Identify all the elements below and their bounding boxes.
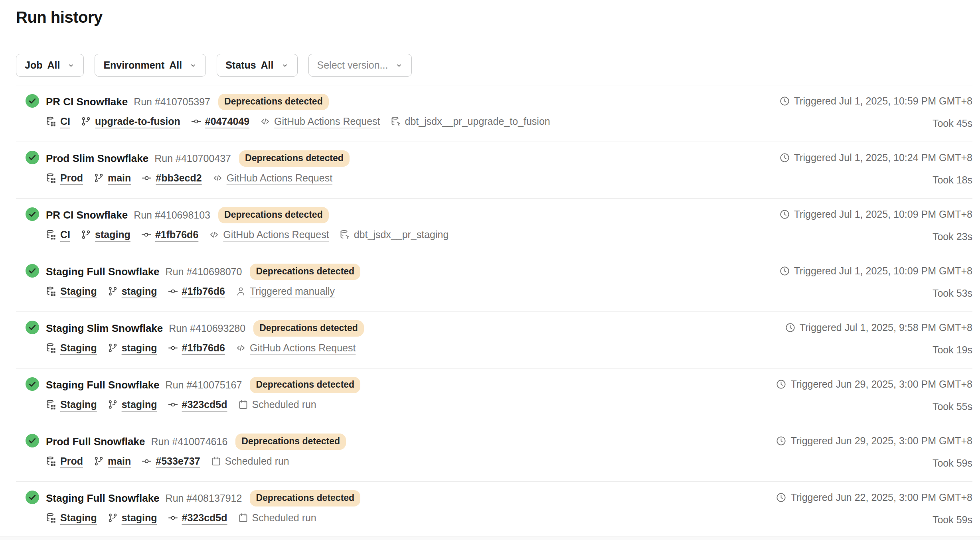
triggered-at-text: Triggered Jul 1, 2025, 10:59 PM GMT+8 bbox=[794, 95, 972, 107]
environment-link[interactable]: CI bbox=[46, 116, 70, 127]
environment-link[interactable]: Staging bbox=[46, 512, 97, 524]
commit-icon bbox=[141, 229, 152, 240]
trigger-source[interactable]: GitHub Actions Request bbox=[235, 342, 356, 354]
trigger-source[interactable]: Scheduled run bbox=[211, 455, 289, 467]
run-text: Staging Slim Snowflake Run #410693280 De… bbox=[46, 320, 364, 354]
run-timing: Triggered Jul 1, 2025, 10:59 PM GMT+8 To… bbox=[779, 94, 972, 142]
job-tag: dbt_jsdx__pr_upgrade_to_fusion bbox=[391, 116, 550, 127]
environment-link[interactable]: Staging bbox=[46, 342, 97, 354]
environment-link[interactable]: Staging bbox=[46, 399, 97, 410]
run-meta-line: Staging staging #1fb76d6 bbox=[46, 342, 364, 354]
run-row[interactable]: PR CI Snowflake Run #410705397 Deprecati… bbox=[16, 85, 972, 142]
job-name: dbt_jsdx__pr_upgrade_to_fusion bbox=[405, 116, 550, 127]
trigger-label: GitHub Actions Request bbox=[250, 342, 356, 354]
environment-filter[interactable]: Environment All bbox=[95, 54, 206, 77]
environment-link[interactable]: Prod bbox=[46, 455, 83, 467]
environment-link[interactable]: CI bbox=[46, 229, 70, 240]
commit-link[interactable]: #1fb76d6 bbox=[168, 286, 225, 297]
run-timing: Triggered Jul 1, 2025, 10:24 PM GMT+8 To… bbox=[779, 150, 972, 198]
bottom-bar bbox=[0, 536, 980, 540]
trigger-source[interactable]: Scheduled run bbox=[238, 399, 316, 410]
trigger-source[interactable]: Triggered manually bbox=[235, 286, 335, 297]
run-row[interactable]: Staging Slim Snowflake Run #410693280 De… bbox=[16, 312, 972, 369]
version-filter[interactable]: Select version... bbox=[308, 54, 412, 77]
database-grid-icon bbox=[46, 229, 57, 240]
branch-link[interactable]: staging bbox=[107, 512, 157, 524]
triggered-at-text: Triggered Jun 22, 2025, 3:00 PM GMT+8 bbox=[790, 492, 972, 503]
trigger-source[interactable]: Scheduled run bbox=[238, 512, 316, 524]
branch-link[interactable]: main bbox=[93, 172, 131, 184]
run-name[interactable]: Prod Slim Snowflake bbox=[46, 152, 148, 165]
run-meta-line: Staging staging #1fb76d6 bbox=[46, 286, 360, 297]
commit-link[interactable]: #1fb76d6 bbox=[168, 342, 225, 354]
git-branch-icon bbox=[107, 343, 118, 353]
trigger-source[interactable]: GitHub Actions Request bbox=[260, 116, 380, 127]
commit-link[interactable]: #533e737 bbox=[141, 455, 200, 467]
run-duration: Took 23s bbox=[933, 231, 972, 242]
version-filter-placeholder: Select version... bbox=[317, 59, 388, 71]
chevron-down-icon bbox=[281, 61, 289, 69]
trigger-source[interactable]: GitHub Actions Request bbox=[212, 172, 332, 184]
branch-link[interactable]: staging bbox=[107, 286, 157, 297]
status-filter-value: All bbox=[261, 59, 274, 71]
status-filter[interactable]: Status All bbox=[217, 54, 297, 77]
run-name[interactable]: PR CI Snowflake bbox=[46, 96, 128, 108]
commit-link[interactable]: #1fb76d6 bbox=[141, 229, 198, 240]
commit-link[interactable]: #323cd5d bbox=[168, 399, 227, 410]
branch-link[interactable]: main bbox=[93, 455, 131, 467]
branch-link[interactable]: staging bbox=[81, 229, 130, 240]
run-title-line: PR CI Snowflake Run #410705397 Deprecati… bbox=[46, 94, 550, 110]
run-name[interactable]: Staging Full Snowflake bbox=[46, 266, 160, 278]
triggered-at-text: Triggered Jul 1, 2025, 10:24 PM GMT+8 bbox=[794, 152, 972, 164]
run-meta-line: CI staging #1fb76d6 bbox=[46, 229, 449, 240]
environment-link[interactable]: Staging bbox=[46, 286, 97, 297]
run-number: Run #410698103 bbox=[134, 209, 210, 221]
git-branch-icon bbox=[93, 173, 104, 183]
run-row[interactable]: Staging Full Snowflake Run #410698070 De… bbox=[16, 255, 972, 312]
branch-link[interactable]: staging bbox=[107, 342, 157, 354]
commit-link[interactable]: #323cd5d bbox=[168, 512, 227, 524]
job-filter-label: Job bbox=[25, 59, 42, 71]
run-summary: Staging Full Snowflake Run #410075167 De… bbox=[16, 377, 360, 425]
run-name[interactable]: Staging Full Snowflake bbox=[46, 492, 160, 505]
run-summary: PR CI Snowflake Run #410705397 Deprecati… bbox=[16, 94, 550, 142]
deprecations-badge: Deprecations detected bbox=[218, 207, 329, 223]
run-row[interactable]: PR CI Snowflake Run #410698103 Deprecati… bbox=[16, 199, 972, 255]
branch-link[interactable]: upgrade-to-fusion bbox=[81, 116, 180, 127]
run-summary: Staging Full Snowflake Run #408137912 De… bbox=[16, 490, 360, 538]
check-circle-icon bbox=[26, 151, 39, 166]
clock-icon bbox=[785, 322, 796, 333]
run-number: Run #410075167 bbox=[166, 379, 242, 391]
environment-name: Staging bbox=[60, 512, 97, 524]
triggered-at-text: Triggered Jul 1, 2025, 10:09 PM GMT+8 bbox=[794, 209, 972, 220]
job-filter[interactable]: Job All bbox=[16, 54, 84, 77]
run-row[interactable]: Prod Slim Snowflake Run #410700437 Depre… bbox=[16, 142, 972, 199]
run-name[interactable]: Prod Full Snowflake bbox=[46, 436, 145, 448]
job-name: dbt_jsdx__pr_staging bbox=[354, 229, 449, 240]
run-number: Run #410074616 bbox=[151, 436, 227, 447]
commit-hash: #bb3ecd2 bbox=[156, 172, 202, 184]
branch-link[interactable]: staging bbox=[107, 399, 157, 410]
trigger-source[interactable]: GitHub Actions Request bbox=[209, 229, 329, 240]
run-text: PR CI Snowflake Run #410698103 Deprecati… bbox=[46, 207, 449, 240]
run-row[interactable]: Staging Full Snowflake Run #408137912 De… bbox=[16, 482, 972, 538]
clock-icon bbox=[779, 152, 790, 163]
run-duration: Took 59s bbox=[933, 514, 972, 526]
triggered-at: Triggered Jul 1, 2025, 10:09 PM GMT+8 bbox=[779, 209, 972, 220]
branch-name: staging bbox=[122, 512, 157, 524]
run-row[interactable]: Staging Full Snowflake Run #410075167 De… bbox=[16, 369, 972, 425]
run-name[interactable]: Staging Full Snowflake bbox=[46, 379, 160, 391]
commit-link[interactable]: #0474049 bbox=[191, 116, 249, 127]
environment-name: Prod bbox=[60, 455, 83, 467]
run-text: PR CI Snowflake Run #410705397 Deprecati… bbox=[46, 94, 550, 127]
environment-link[interactable]: Prod bbox=[46, 172, 83, 184]
run-name[interactable]: PR CI Snowflake bbox=[46, 209, 128, 221]
run-row[interactable]: Prod Full Snowflake Run #410074616 Depre… bbox=[16, 425, 972, 482]
run-name[interactable]: Staging Slim Snowflake bbox=[46, 322, 163, 335]
chevron-down-icon bbox=[395, 61, 403, 69]
commit-hash: #533e737 bbox=[156, 455, 200, 467]
run-number: Run #410698070 bbox=[166, 266, 242, 278]
run-number: Run #408137912 bbox=[166, 493, 242, 504]
commit-link[interactable]: #bb3ecd2 bbox=[141, 172, 202, 184]
run-title-line: Staging Full Snowflake Run #408137912 De… bbox=[46, 490, 360, 506]
